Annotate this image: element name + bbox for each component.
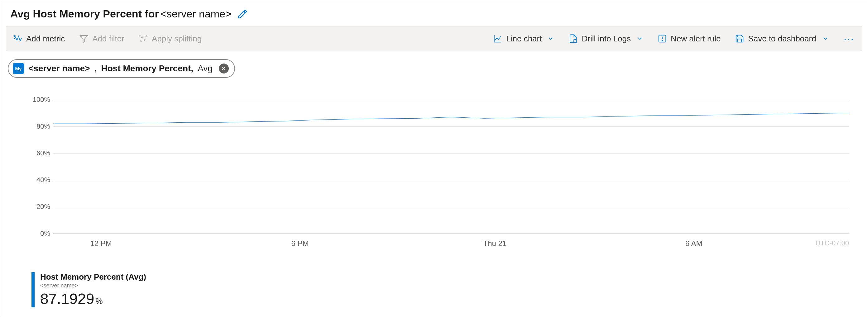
chart-toolbar: Add metric Add filter Apply splitting xyxy=(6,26,862,51)
metric-pill-aggregation: Avg xyxy=(197,64,213,73)
add-metric-icon xyxy=(13,34,23,43)
chart-title-row: Avg Host Memory Percent for <server name… xyxy=(0,0,868,26)
apply-splitting-label: Apply splitting xyxy=(152,34,202,44)
new-alert-rule-button[interactable]: New alert rule xyxy=(655,32,723,45)
svg-point-7 xyxy=(144,39,145,40)
save-to-dashboard-dropdown[interactable]: Save to dashboard xyxy=(733,32,831,45)
metric-pill-server: <server name> xyxy=(28,64,90,73)
remove-metric-icon[interactable]: ✕ xyxy=(219,64,229,73)
alert-icon xyxy=(658,34,667,43)
add-metric-label: Add metric xyxy=(26,34,65,44)
chevron-down-icon xyxy=(547,35,554,42)
svg-point-6 xyxy=(142,37,143,38)
x-axis-tick-label: 12 PM xyxy=(90,239,112,248)
line-chart-icon xyxy=(493,34,502,43)
chart-title-prefix: Avg Host Memory Percent for xyxy=(10,8,159,20)
chart-title: Avg Host Memory Percent for <server name… xyxy=(10,8,231,20)
chevron-down-icon xyxy=(822,35,829,42)
more-options-button[interactable]: ··· xyxy=(841,33,858,45)
metric-pill-sep: , xyxy=(94,64,97,73)
edit-title-icon[interactable] xyxy=(237,9,248,19)
add-metric-button[interactable]: Add metric xyxy=(10,32,67,45)
save-icon xyxy=(735,34,744,43)
drill-into-logs-dropdown[interactable]: Drill into Logs xyxy=(566,32,646,45)
y-axis-tick-label: 0% xyxy=(31,230,50,238)
metric-pill-metric: Host Memory Percent, xyxy=(101,64,193,73)
chart-type-label: Line chart xyxy=(506,34,542,44)
chart-type-dropdown[interactable]: Line chart xyxy=(491,32,557,45)
svg-point-5 xyxy=(140,41,141,42)
y-axis-tick-label: 20% xyxy=(31,203,50,211)
filter-icon xyxy=(79,34,89,43)
svg-line-12 xyxy=(576,42,577,43)
x-axis-line xyxy=(53,234,849,234)
y-axis-tick-label: 80% xyxy=(31,122,50,131)
line-chart: 0%20%40%60%80%100% 12 PM6 PMThu 216 AM U… xyxy=(31,100,849,234)
chevron-down-icon xyxy=(637,35,643,42)
chart-legend: Host Memory Percent (Avg) <server name> … xyxy=(31,272,146,307)
resource-badge-icon: My xyxy=(13,63,24,74)
drill-into-logs-label: Drill into Logs xyxy=(582,34,631,44)
save-to-dashboard-label: Save to dashboard xyxy=(748,34,816,44)
timezone-label: UTC-07:00 xyxy=(815,239,849,247)
legend-value: 87.1929% xyxy=(40,290,146,307)
legend-series-name: Host Memory Percent (Avg) xyxy=(40,272,146,282)
svg-point-15 xyxy=(662,40,663,41)
legend-text: Host Memory Percent (Avg) <server name> … xyxy=(40,272,146,307)
chart-title-server: <server name> xyxy=(160,8,231,20)
add-filter-label: Add filter xyxy=(92,34,124,44)
x-axis-tick-label: Thu 21 xyxy=(484,239,507,248)
logs-icon xyxy=(568,34,578,43)
svg-point-8 xyxy=(146,36,147,37)
toolbar-right-group: Line chart Drill into Logs New alert rul… xyxy=(491,32,858,45)
legend-value-unit: % xyxy=(96,296,103,306)
metric-pill[interactable]: My <server name> , Host Memory Percent, … xyxy=(8,59,235,78)
y-axis-tick-label: 40% xyxy=(31,176,50,184)
toolbar-left-group: Add metric Add filter Apply splitting xyxy=(10,32,204,45)
metrics-chart-panel: Avg Host Memory Percent for <server name… xyxy=(0,0,868,317)
x-axis-tick-label: 6 PM xyxy=(291,239,309,248)
legend-color-swatch xyxy=(31,272,35,307)
split-icon xyxy=(139,34,148,43)
chart-series xyxy=(53,100,849,234)
apply-splitting-button[interactable]: Apply splitting xyxy=(136,32,204,45)
y-axis-tick-label: 60% xyxy=(31,149,50,157)
x-axis-tick-label: 6 AM xyxy=(685,239,703,248)
legend-server-name: <server name> xyxy=(40,282,146,289)
svg-marker-2 xyxy=(81,35,88,43)
svg-point-11 xyxy=(573,40,576,43)
y-axis-tick-label: 100% xyxy=(31,96,50,104)
legend-value-number: 87.1929 xyxy=(40,290,94,307)
add-filter-button[interactable]: Add filter xyxy=(77,32,127,45)
metric-pill-row: My <server name> , Host Memory Percent, … xyxy=(0,51,868,78)
new-alert-rule-label: New alert rule xyxy=(671,34,720,44)
